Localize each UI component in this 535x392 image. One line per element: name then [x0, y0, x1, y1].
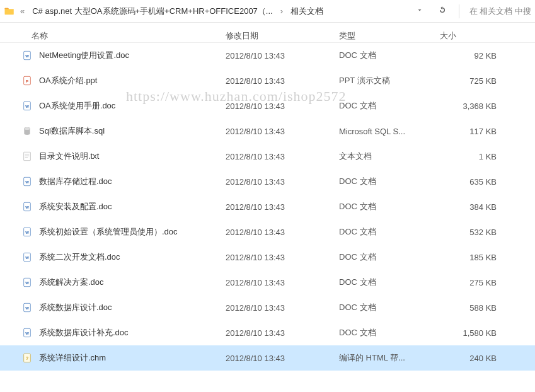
file-name: 数据库存储过程.doc	[33, 176, 226, 187]
file-date: 2012/8/10 13:43	[226, 328, 339, 338]
file-size: 532 KB	[440, 228, 497, 237]
file-list: WNetMeeting使用设置.doc2012/8/10 13:43DOC 文档…	[0, 43, 535, 371]
svg-text:?: ?	[26, 355, 29, 361]
doc-file-icon: W	[21, 176, 33, 187]
svg-text:W: W	[25, 231, 29, 234]
file-name: 系统详细设计.chm	[33, 352, 226, 364]
doc-file-icon: W	[21, 50, 33, 61]
file-row[interactable]: POA系统介绍.ppt2012/8/10 13:43PPT 演示文稿725 KB	[0, 68, 535, 93]
address-bar: « C# asp.net 大型OA系统源码+手机端+CRM+HR+OFFICE2…	[0, 0, 535, 23]
file-name: 系统初始设置（系统管理员使用）.doc	[33, 226, 226, 238]
header-name[interactable]: 名称	[0, 30, 226, 42]
file-type: DOC 文档	[339, 277, 440, 288]
toolbar-divider	[459, 4, 459, 18]
file-name: 系统数据库设计补充.doc	[33, 327, 226, 338]
svg-text:W: W	[25, 105, 29, 108]
file-size: 92 KB	[440, 51, 497, 61]
file-type: DOC 文档	[339, 226, 440, 238]
file-name: Sql数据库脚本.sql	[33, 125, 226, 137]
file-size: 384 KB	[440, 202, 497, 212]
file-size: 185 KB	[440, 253, 497, 262]
file-date: 2012/8/10 13:43	[226, 51, 339, 61]
svg-text:W: W	[25, 256, 29, 260]
file-row[interactable]: W数据库存储过程.doc2012/8/10 13:43DOC 文档635 KB	[0, 169, 535, 194]
doc-file-icon: W	[21, 227, 33, 237]
file-name: 目录文件说明.txt	[33, 151, 226, 162]
file-date: 2012/8/10 13:43	[226, 202, 339, 212]
file-row[interactable]: W系统初始设置（系统管理员使用）.doc2012/8/10 13:43DOC 文…	[0, 219, 535, 245]
file-size: 588 KB	[440, 303, 497, 313]
doc-file-icon: W	[21, 252, 33, 262]
file-type: 编译的 HTML 帮...	[339, 352, 440, 364]
file-size: 1,580 KB	[440, 328, 497, 338]
file-type: Microsoft SQL S...	[339, 127, 440, 136]
file-row[interactable]: 目录文件说明.txt2012/8/10 13:43文本文档1 KB	[0, 144, 535, 169]
svg-text:W: W	[25, 180, 29, 184]
file-size: 1 KB	[440, 152, 497, 161]
svg-text:W: W	[25, 306, 29, 310]
header-size[interactable]: 大小	[440, 30, 503, 42]
file-size: 635 KB	[440, 177, 497, 187]
file-date: 2012/8/10 13:43	[226, 278, 339, 287]
file-type: DOC 文档	[339, 251, 440, 263]
file-size: 117 KB	[440, 127, 497, 136]
svg-text:W: W	[25, 281, 29, 285]
column-headers: 名称 修改日期 类型 大小	[0, 23, 535, 43]
file-row[interactable]: W系统数据库设计补充.doc2012/8/10 13:43DOC 文档1,580…	[0, 320, 535, 345]
file-type: 文本文档	[339, 151, 440, 162]
file-row[interactable]: Sql数据库脚本.sql2012/8/10 13:43Microsoft SQL…	[0, 118, 535, 144]
header-type[interactable]: 类型	[339, 30, 440, 42]
svg-point-7	[24, 127, 30, 130]
svg-text:W: W	[25, 205, 29, 209]
file-row[interactable]: W系统二次开发文档.doc2012/8/10 13:43DOC 文档185 KB	[0, 245, 535, 270]
doc-file-icon: W	[21, 328, 33, 338]
file-row[interactable]: ?系统详细设计.chm2012/8/10 13:43编译的 HTML 帮...2…	[0, 345, 535, 371]
chm-file-icon: ?	[21, 353, 33, 363]
file-name: OA系统使用手册.doc	[33, 100, 226, 112]
file-type: DOC 文档	[339, 302, 440, 313]
file-row[interactable]: WNetMeeting使用设置.doc2012/8/10 13:43DOC 文档…	[0, 43, 535, 68]
ppt-file-icon: P	[21, 76, 33, 86]
file-name: 系统安装及配置.doc	[33, 201, 226, 212]
file-name: OA系统介绍.ppt	[33, 75, 226, 86]
header-date[interactable]: 修改日期	[226, 30, 339, 42]
file-name: 系统解决方案.doc	[33, 277, 226, 288]
file-name: 系统数据库设计.doc	[33, 302, 226, 313]
file-date: 2012/8/10 13:43	[226, 303, 339, 313]
svg-text:W: W	[25, 54, 29, 58]
doc-file-icon: W	[21, 303, 33, 313]
file-type: DOC 文档	[339, 50, 440, 61]
breadcrumb-current[interactable]: 相关文档	[288, 4, 326, 18]
file-date: 2012/8/10 13:43	[226, 127, 339, 136]
file-type: DOC 文档	[339, 100, 440, 112]
file-date: 2012/8/10 13:43	[226, 101, 339, 111]
doc-file-icon: W	[21, 277, 33, 287]
svg-rect-8	[24, 152, 31, 160]
search-input[interactable]: 在 相关文档 中搜	[466, 6, 531, 17]
file-row[interactable]: W系统安装及配置.doc2012/8/10 13:43DOC 文档384 KB	[0, 194, 535, 219]
txt-file-icon	[21, 151, 33, 161]
file-date: 2012/8/10 13:43	[226, 152, 339, 161]
folder-icon	[4, 6, 15, 17]
doc-file-icon: W	[21, 101, 33, 111]
path-dropdown-icon[interactable]	[411, 4, 429, 18]
refresh-button[interactable]	[432, 3, 452, 20]
breadcrumb-overflow[interactable]: «	[19, 6, 26, 16]
file-name: NetMeeting使用设置.doc	[33, 50, 226, 61]
doc-file-icon: W	[21, 202, 33, 212]
file-size: 275 KB	[440, 278, 497, 287]
file-type: DOC 文档	[339, 176, 440, 187]
breadcrumb-parent[interactable]: C# asp.net 大型OA系统源码+手机端+CRM+HR+OFFICE200…	[30, 4, 275, 18]
file-row[interactable]: WOA系统使用手册.doc2012/8/10 13:43DOC 文档3,368 …	[0, 93, 535, 118]
breadcrumb-separator: ›	[279, 6, 284, 16]
file-size: 3,368 KB	[440, 101, 497, 111]
file-size: 725 KB	[440, 76, 497, 86]
file-type: PPT 演示文稿	[339, 75, 440, 86]
file-date: 2012/8/10 13:43	[226, 76, 339, 86]
file-date: 2012/8/10 13:43	[226, 354, 339, 363]
file-row[interactable]: W系统数据库设计.doc2012/8/10 13:43DOC 文档588 KB	[0, 295, 535, 320]
file-name: 系统二次开发文档.doc	[33, 251, 226, 263]
svg-text:W: W	[25, 331, 29, 335]
file-date: 2012/8/10 13:43	[226, 253, 339, 262]
file-row[interactable]: W系统解决方案.doc2012/8/10 13:43DOC 文档275 KB	[0, 270, 535, 295]
